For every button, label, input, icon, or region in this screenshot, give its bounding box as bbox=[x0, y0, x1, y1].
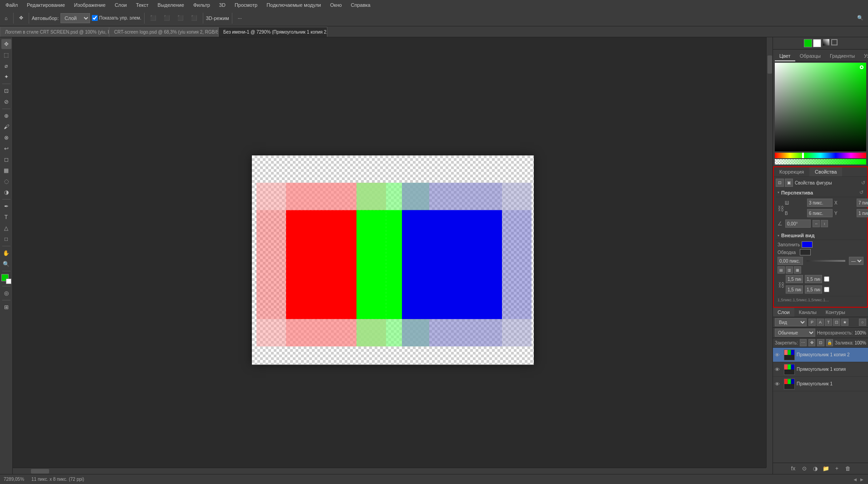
home-button[interactable]: ⌂ bbox=[2, 14, 10, 22]
stroke-size-input[interactable] bbox=[778, 257, 803, 265]
menu-image[interactable]: Изображение bbox=[72, 1, 107, 9]
filter-btn-4[interactable]: ⊡ bbox=[833, 319, 840, 326]
menu-plugins[interactable]: Подключаемые модули bbox=[265, 1, 323, 9]
blend-mode-select[interactable]: Обычные bbox=[775, 329, 815, 337]
align-outside-button[interactable]: ▦ bbox=[794, 266, 801, 274]
filter-btn-2[interactable]: A bbox=[817, 319, 824, 326]
x-input[interactable] bbox=[857, 199, 868, 207]
width-input[interactable] bbox=[807, 199, 833, 207]
color-gradient-area[interactable] bbox=[775, 63, 866, 151]
tab-correction[interactable]: Коррекция bbox=[774, 167, 809, 176]
tab-color[interactable]: Цвет bbox=[775, 51, 795, 61]
menu-3d[interactable]: 3D bbox=[217, 1, 227, 9]
layer-select[interactable]: Слой Группа bbox=[60, 13, 90, 23]
align-inside-button[interactable]: ▤ bbox=[778, 266, 785, 274]
layer-item-0[interactable]: 👁 Прямоугольник 1 копия 2 bbox=[773, 348, 868, 362]
wand-tool[interactable]: ✦ bbox=[1, 72, 11, 82]
tab-properties[interactable]: Свойства bbox=[809, 167, 842, 176]
eye-icon-1[interactable]: 👁 bbox=[775, 367, 782, 372]
more-button[interactable]: ··· bbox=[235, 14, 245, 22]
size-link-icon[interactable]: ⛓ bbox=[778, 277, 785, 293]
clone-tool[interactable]: ⊗ bbox=[1, 133, 11, 143]
filter-toggle-btn[interactable]: ○ bbox=[859, 319, 866, 326]
layer-filter-select[interactable]: Вид bbox=[775, 318, 807, 326]
corner1-a-input[interactable] bbox=[786, 275, 803, 283]
eye-icon-0[interactable]: 👁 bbox=[775, 352, 782, 358]
stroke-slider[interactable] bbox=[807, 260, 845, 262]
flip-v-button[interactable]: ↕ bbox=[821, 220, 828, 227]
add-style-button[interactable]: fx bbox=[789, 464, 798, 473]
angle-input[interactable] bbox=[785, 220, 811, 228]
eyedropper-tool[interactable]: ⊘ bbox=[1, 97, 11, 107]
link-icon[interactable]: ⛓ bbox=[778, 201, 784, 216]
brush-tool[interactable]: 🖌 bbox=[1, 122, 11, 132]
lock-all-btn[interactable]: 🔒 bbox=[826, 339, 833, 346]
shape-tool[interactable]: □ bbox=[1, 234, 11, 244]
filter-btn-5[interactable]: ★ bbox=[841, 319, 848, 326]
select-tool[interactable]: ⬚ bbox=[1, 50, 11, 60]
tab-gradients[interactable]: Градиенты bbox=[825, 51, 859, 61]
search-button[interactable]: 🔍 bbox=[854, 14, 866, 22]
layer-item-2[interactable]: 👁 Прямоугольник 1 bbox=[773, 377, 868, 391]
filter-btn-1[interactable]: P bbox=[808, 319, 816, 326]
move-button[interactable]: ✥ bbox=[16, 14, 26, 22]
text-tool[interactable]: T bbox=[1, 212, 11, 222]
menu-file[interactable]: Файл bbox=[4, 1, 20, 9]
eye-icon-2[interactable]: 👁 bbox=[775, 381, 782, 387]
background-swatch[interactable] bbox=[813, 39, 821, 47]
corner2-checkbox[interactable] bbox=[824, 287, 829, 292]
history-tool[interactable]: ↩ bbox=[1, 144, 11, 154]
height-input[interactable] bbox=[807, 209, 833, 217]
delete-layer-button[interactable]: 🗑 bbox=[844, 464, 852, 473]
add-mask-button[interactable]: ⊙ bbox=[800, 464, 808, 473]
lock-move-btn[interactable]: ✥ bbox=[808, 339, 815, 346]
refresh-icon-2[interactable]: ↺ bbox=[859, 190, 863, 195]
transparent-swatch[interactable] bbox=[831, 39, 838, 45]
hand-tool[interactable]: ✋ bbox=[1, 248, 11, 258]
stroke-swatch[interactable] bbox=[800, 249, 811, 255]
corner1-b-input[interactable] bbox=[805, 275, 822, 283]
shape-icon-1[interactable]: ⊡ bbox=[776, 179, 784, 187]
tab-swatches[interactable]: Образцы bbox=[795, 51, 825, 61]
eraser-tool[interactable]: ◻ bbox=[1, 155, 11, 165]
new-layer-button[interactable]: + bbox=[833, 464, 841, 473]
distribute-button[interactable]: ⬛ bbox=[188, 14, 200, 22]
menu-help[interactable]: Справка bbox=[349, 1, 372, 9]
group-button[interactable]: 📁 bbox=[822, 464, 830, 473]
align-center-button[interactable]: ▥ bbox=[786, 266, 793, 274]
alpha-bar[interactable] bbox=[775, 159, 866, 165]
pen-tool[interactable]: ✒ bbox=[1, 201, 11, 211]
menu-view[interactable]: Просмотр bbox=[233, 1, 259, 9]
show-controls-checkbox[interactable] bbox=[92, 15, 98, 21]
hue-bar[interactable] bbox=[775, 153, 866, 158]
lock-art-btn[interactable]: ⊡ bbox=[817, 339, 824, 346]
y-input[interactable] bbox=[857, 209, 868, 217]
tab-patterns[interactable]: Узоры bbox=[859, 51, 868, 61]
color-gradient[interactable] bbox=[775, 63, 866, 151]
nav-prev-icon[interactable]: ◄ bbox=[853, 477, 858, 482]
zoom-tool[interactable]: 🔍 bbox=[1, 259, 11, 269]
tab-paths[interactable]: Контуры bbox=[821, 308, 850, 317]
filter-btn-3[interactable]: T bbox=[825, 319, 832, 326]
appearance-section-header[interactable]: ▾ Внешний вид bbox=[776, 231, 865, 240]
tab-2[interactable]: Без имени-1 @ 7290% (Прямоугольник 1 коп… bbox=[218, 27, 327, 37]
align-center-button[interactable]: ⬛ bbox=[161, 14, 173, 22]
tab-0[interactable]: Логотип в стиле CRT SCREEN.psd @ 100% (y… bbox=[0, 27, 109, 37]
filter-toggle[interactable]: ○ bbox=[859, 319, 866, 326]
nav-next-icon[interactable]: ► bbox=[859, 477, 864, 482]
tab-channels[interactable]: Каналы bbox=[794, 308, 821, 317]
v-scrollbar[interactable] bbox=[766, 37, 773, 468]
blur-tool[interactable]: ◌ bbox=[1, 176, 11, 186]
heal-tool[interactable]: ⊕ bbox=[1, 111, 11, 121]
menu-window[interactable]: Окно bbox=[328, 1, 344, 9]
align-left-button[interactable]: ⬛ bbox=[147, 14, 159, 22]
corner2-a-input[interactable] bbox=[786, 285, 803, 294]
menu-layers[interactable]: Слои bbox=[113, 1, 129, 9]
crop-tool[interactable]: ⊡ bbox=[1, 86, 11, 96]
tab-layers[interactable]: Слои bbox=[773, 308, 794, 317]
refresh-icon[interactable]: ↺ bbox=[861, 180, 865, 186]
dodge-tool[interactable]: ◑ bbox=[1, 187, 11, 197]
corner2-b-input[interactable] bbox=[805, 285, 822, 294]
adjustment-button[interactable]: ◑ bbox=[811, 464, 819, 473]
corner1-checkbox[interactable] bbox=[824, 276, 829, 282]
